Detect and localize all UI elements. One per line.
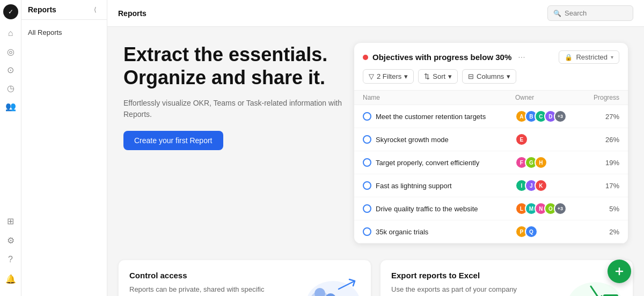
- filter-bar: ▽ 2 Filters ▾ ⇅ Sort ▾ ⊟ Columns ▾: [354, 69, 628, 90]
- sidebar-item-label: All Reports: [28, 28, 62, 36]
- sidebar-collapse-button[interactable]: ⟨: [90, 4, 100, 15]
- filters-chevron-icon: ▾: [404, 72, 408, 80]
- col-header-name: Name: [354, 91, 507, 105]
- sidebar-title: Reports: [28, 5, 56, 14]
- sidebar: Reports ⟨ All Reports: [21, 0, 107, 296]
- filter-icon: ▽: [369, 72, 374, 80]
- export-excel-card: Export reports to Excel Use the exports …: [380, 260, 633, 296]
- search-icon: 🔍: [553, 10, 561, 17]
- avatar: K: [535, 179, 547, 192]
- row-name: Drive quality traffic to the website: [376, 205, 478, 213]
- row-name: 35k organic trials: [376, 228, 428, 236]
- hero-text: Extract the essentials. Organize and sha…: [123, 43, 343, 150]
- report-table: Name Owner Progress Meet the customer re…: [354, 90, 628, 243]
- row-progress: 26%: [581, 128, 628, 151]
- nav-grid-icon[interactable]: ⊞: [2, 212, 19, 230]
- sort-button[interactable]: ⇅ Sort ▾: [418, 69, 458, 84]
- filters-button[interactable]: ▽ 2 Filters ▾: [363, 69, 414, 84]
- svg-rect-8: [603, 294, 618, 297]
- row-name: Skyrocket growth mode: [376, 136, 449, 144]
- avatar-more: +3: [554, 110, 567, 123]
- row-name: Meet the customer retention targets: [376, 113, 486, 121]
- nav-bottom-icons: ⊞ ⚙ ? 🔔: [2, 208, 19, 292]
- report-card-title: Objectives with progress below 30%: [372, 53, 511, 62]
- sidebar-item-all-reports[interactable]: All Reports: [21, 24, 107, 41]
- topbar: Reports 🔍: [107, 0, 644, 27]
- row-icon: [363, 227, 371, 236]
- control-access-text: Reports can be private, shared with spec…: [129, 284, 268, 296]
- nav-users-icon[interactable]: 👥: [2, 98, 19, 115]
- table-row: Meet the customer retention targetsABCD+…: [354, 105, 628, 128]
- restricted-label: Restricted: [576, 53, 608, 61]
- row-icon: [363, 204, 371, 213]
- avatar: E: [515, 133, 528, 146]
- left-nav: ✓ ⌂ ◎ ⊙ ◷ 👥 ⊞ ⚙ ? 🔔: [0, 0, 21, 296]
- hero-section: Extract the essentials. Organize and sha…: [107, 27, 644, 254]
- table-row: Skyrocket growth modeE26%: [354, 128, 628, 151]
- row-owners: E: [507, 128, 581, 151]
- row-progress: 5%: [581, 197, 628, 220]
- avatar: H: [535, 156, 547, 169]
- col-header-progress: Progress: [581, 91, 628, 105]
- search-input[interactable]: [565, 9, 627, 17]
- search-box[interactable]: 🔍: [547, 5, 633, 21]
- avatar: Q: [525, 225, 538, 238]
- row-progress: 2%: [581, 220, 628, 243]
- report-card-header: Objectives with progress below 30% ··· 🔒…: [354, 43, 628, 69]
- row-name: Fast as lightning support: [376, 182, 452, 190]
- sort-label: Sort: [433, 72, 445, 80]
- nav-search-icon[interactable]: ◎: [2, 43, 19, 60]
- control-access-card: Control access Reports can be private, s…: [118, 260, 371, 296]
- nav-settings-icon[interactable]: ⚙: [2, 232, 19, 249]
- create-report-button[interactable]: Create your first Report: [123, 131, 223, 150]
- row-name: Target properly, convert efficiently: [376, 159, 479, 167]
- columns-chevron-icon: ▾: [507, 72, 510, 80]
- row-owners: ABCD+3: [507, 105, 581, 128]
- app-logo: ✓: [3, 4, 18, 19]
- nav-home-icon[interactable]: ⌂: [2, 25, 19, 42]
- table-row: 35k organic trialsPQ2%: [354, 220, 628, 243]
- row-progress: 19%: [581, 151, 628, 174]
- row-owners: LMNO+3: [507, 197, 581, 220]
- nav-clock-icon[interactable]: ◷: [2, 79, 19, 97]
- col-header-owner: Owner: [507, 91, 581, 105]
- more-options-button[interactable]: ···: [518, 53, 525, 62]
- row-icon: [363, 112, 371, 121]
- control-access-illustration: [290, 273, 360, 297]
- row-icon: [363, 181, 371, 190]
- avatar-more: +3: [554, 202, 567, 215]
- filters-label: 2 Filters: [377, 72, 401, 80]
- columns-label: Columns: [477, 72, 504, 80]
- report-card: Objectives with progress below 30% ··· 🔒…: [354, 43, 628, 243]
- table-row: Drive quality traffic to the websiteLMNO…: [354, 197, 628, 220]
- nav-help-icon[interactable]: ?: [2, 251, 19, 268]
- export-excel-text: Use the exports as part of your company …: [391, 284, 530, 296]
- main-content: Reports 🔍 Extract the essentials. Organi…: [107, 0, 644, 296]
- nav-org-icon[interactable]: ⊙: [2, 61, 19, 78]
- chevron-down-icon: ▾: [611, 54, 613, 60]
- objective-dot: [363, 55, 368, 60]
- row-owners: FGH: [507, 151, 581, 174]
- columns-button[interactable]: ⊟ Columns ▾: [462, 69, 516, 84]
- row-owners: IJK: [507, 174, 581, 197]
- table-row: Fast as lightning supportIJK17%: [354, 174, 628, 197]
- hero-subtext: Effortlessly visualize OKR, Teams or Tas…: [123, 98, 343, 120]
- hero-heading: Extract the essentials. Organize and sha…: [123, 43, 343, 89]
- nav-bell-icon[interactable]: 🔔: [2, 270, 19, 287]
- bottom-cards: Control access Reports can be private, s…: [107, 260, 644, 296]
- lock-icon: 🔒: [565, 54, 573, 61]
- row-icon: [363, 158, 371, 167]
- row-icon: [363, 135, 371, 144]
- row-progress: 17%: [581, 174, 628, 197]
- fab-button[interactable]: [608, 260, 631, 283]
- sidebar-header: Reports ⟨: [21, 0, 107, 20]
- restricted-badge[interactable]: 🔒 Restricted ▾: [559, 50, 619, 64]
- sort-icon: ⇅: [424, 72, 430, 80]
- row-progress: 27%: [581, 105, 628, 128]
- sort-chevron-icon: ▾: [448, 72, 452, 80]
- row-owners: PQ: [507, 220, 581, 243]
- topbar-title: Reports: [118, 9, 147, 18]
- table-row: Target properly, convert efficientlyFGH1…: [354, 151, 628, 174]
- sidebar-nav: All Reports: [21, 20, 107, 45]
- report-card-title-row: Objectives with progress below 30% ···: [363, 53, 525, 62]
